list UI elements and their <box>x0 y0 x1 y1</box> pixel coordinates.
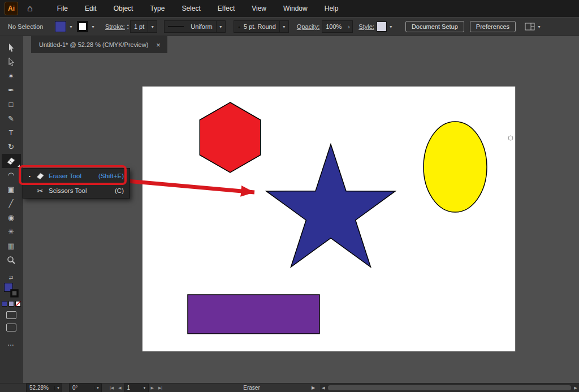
menu-select[interactable]: Select <box>173 0 209 17</box>
menu-help[interactable]: Help <box>316 0 347 17</box>
rotation-dropdown[interactable]: 0° ▾ <box>69 384 102 392</box>
brush-preset-dropdown[interactable]: ● 5 pt. Round ▾ <box>234 20 289 33</box>
paintbrush-tool[interactable]: ✎ <box>2 111 21 126</box>
artboard-tool[interactable]: ▣ <box>2 182 21 196</box>
tools-panel: ✶ ✒ □ ✎ T ↻ ◠ ▣ ╱ ◉ ✳ ▥ ⇄ <box>0 36 23 383</box>
screen-mode-icon[interactable] <box>6 324 16 331</box>
flyout-item-shortcut: (Shift+E) <box>98 173 124 179</box>
color-button[interactable] <box>2 301 7 307</box>
flyout-item-eraser-tool[interactable]: ▪ Eraser Tool (Shift+E) <box>23 169 129 183</box>
hand-tool[interactable]: ◠ <box>2 168 21 182</box>
menu-window[interactable]: Window <box>275 0 316 17</box>
stroke-profile-preview <box>168 26 184 27</box>
status-flyout-icon[interactable]: ▶ <box>312 384 315 392</box>
style-dropdown[interactable]: ▾ <box>377 20 395 33</box>
last-artboard-icon[interactable]: ▶| <box>158 386 162 390</box>
symbol-sprayer-tool[interactable]: ✳ <box>2 225 21 239</box>
flyout-item-label: Eraser Tool <box>49 173 81 179</box>
home-icon[interactable]: ⌂ <box>27 3 33 14</box>
document-tab-bar: Untitled-1* @ 52.28 % (CMYK/Preview) × <box>23 36 579 53</box>
opacity-panel-link[interactable]: Opacity: <box>297 23 319 30</box>
rotate-icon: ↻ <box>8 143 14 150</box>
direct-selection-tool[interactable] <box>2 55 21 69</box>
scrollbar-thumb[interactable] <box>328 385 571 390</box>
artboard-number-dropdown[interactable]: 1 ▾ <box>124 384 149 392</box>
opacity-dropdown[interactable]: 100% › <box>322 20 353 33</box>
flyout-item-label: Scissors Tool <box>49 187 87 194</box>
pen-icon: ✒ <box>8 87 14 94</box>
stroke-weight-dropdown[interactable]: 1 pt ▾ <box>130 20 157 33</box>
fill-color-swatch-icon <box>54 20 67 33</box>
color-mode-buttons <box>2 301 21 307</box>
magic-wand-tool[interactable]: ✶ <box>2 69 21 83</box>
menu-view[interactable]: View <box>243 0 275 17</box>
stroke-weight-value: 1 pt <box>131 23 148 30</box>
edit-toolbar-button[interactable]: … <box>7 339 15 347</box>
document-tab[interactable]: Untitled-1* @ 52.28 % (CMYK/Preview) × <box>31 36 167 53</box>
document-setup-button[interactable]: Document Setup <box>405 21 464 32</box>
style-swatch-icon <box>377 21 387 32</box>
horizontal-scrollbar[interactable]: ◀ ▶ <box>320 384 579 392</box>
stroke-color-swatch[interactable] <box>10 289 19 298</box>
type-tool[interactable]: T <box>2 126 21 140</box>
eyedropper-tool[interactable]: ╱ <box>2 196 21 210</box>
graph-icon: ▥ <box>7 242 14 249</box>
selection-status: No Selection <box>8 23 52 30</box>
brush-preset-value: 5 pt. Round <box>240 23 279 30</box>
swap-fill-stroke-icon[interactable]: ⇄ <box>9 275 14 281</box>
stroke-color-dropdown[interactable]: ▾ <box>76 20 97 33</box>
paintbrush-icon: ✎ <box>8 115 14 122</box>
illustrator-logo-icon: Ai <box>5 2 18 15</box>
menu-file[interactable]: File <box>49 0 76 17</box>
graph-tool[interactable]: ▥ <box>2 239 21 253</box>
eraser-icon <box>6 156 16 166</box>
previous-artboard-icon[interactable]: ◀ <box>118 386 121 390</box>
draw-mode-icon[interactable] <box>6 311 16 319</box>
ellipse-shape[interactable] <box>424 122 487 212</box>
scroll-left-icon[interactable]: ◀ <box>320 386 327 390</box>
flyout-item-shortcut: (C) <box>115 187 124 194</box>
blend-tool[interactable]: ◉ <box>2 210 21 225</box>
opacity-flyout-icon[interactable]: › <box>345 21 352 32</box>
menu-bar: Ai ⌂ File Edit Object Type Select Effect… <box>0 0 579 17</box>
menu-edit[interactable]: Edit <box>76 0 105 17</box>
next-artboard-icon[interactable]: ▶ <box>151 386 154 390</box>
gradient-button[interactable] <box>8 301 14 307</box>
eraser-tool[interactable] <box>2 154 21 168</box>
stroke-panel-link[interactable]: Stroke: <box>105 23 125 30</box>
menu-effect[interactable]: Effect <box>209 0 243 17</box>
chevron-down-icon: ▾ <box>89 21 97 32</box>
menu-items: File Edit Object Type Select Effect View… <box>49 0 347 17</box>
rotate-tool[interactable]: ↻ <box>2 140 21 154</box>
scroll-right-icon[interactable]: ▶ <box>572 386 579 390</box>
pen-tool[interactable]: ✒ <box>2 83 21 97</box>
control-bar: No Selection ▾ ▾ Stroke: ▴ ▾ 1 pt ▾ Unif… <box>0 17 579 36</box>
zoom-tool[interactable] <box>2 253 21 267</box>
close-icon[interactable]: × <box>156 41 161 49</box>
width-profile-dropdown[interactable]: Uniform ▾ <box>164 20 226 33</box>
selection-tool[interactable] <box>2 41 21 55</box>
rectangle-icon: □ <box>9 101 14 108</box>
artboard-number-value: 1 <box>124 385 141 391</box>
flyout-item-scissors-tool[interactable]: ✂ Scissors Tool (C) <box>23 183 129 198</box>
magic-wand-icon: ✶ <box>8 72 14 80</box>
first-artboard-icon[interactable]: |◀ <box>110 386 114 390</box>
anchor-point[interactable] <box>508 136 513 140</box>
chevron-down-icon: ▾ <box>535 21 543 32</box>
style-panel-link[interactable]: Style: <box>358 23 374 30</box>
rectangle-tool[interactable]: □ <box>2 97 21 111</box>
selection-arrow-icon <box>7 43 16 53</box>
zoom-level-dropdown[interactable]: 52.28% ▾ <box>26 384 62 392</box>
workspace-switcher[interactable]: ▾ <box>525 20 543 33</box>
direct-selection-arrow-icon <box>7 57 16 67</box>
menu-type[interactable]: Type <box>141 0 173 17</box>
stepper-down-icon[interactable]: ▾ <box>127 27 129 30</box>
none-button[interactable] <box>15 301 21 307</box>
rectangle-shape[interactable] <box>188 295 319 334</box>
fill-stroke-indicator <box>4 283 19 298</box>
stroke-weight-stepper[interactable]: ▴ ▾ <box>127 23 129 30</box>
fill-color-dropdown[interactable]: ▾ <box>54 20 75 33</box>
menu-object[interactable]: Object <box>105 0 142 17</box>
canvas <box>23 53 579 383</box>
preferences-button[interactable]: Preferences <box>470 21 516 32</box>
